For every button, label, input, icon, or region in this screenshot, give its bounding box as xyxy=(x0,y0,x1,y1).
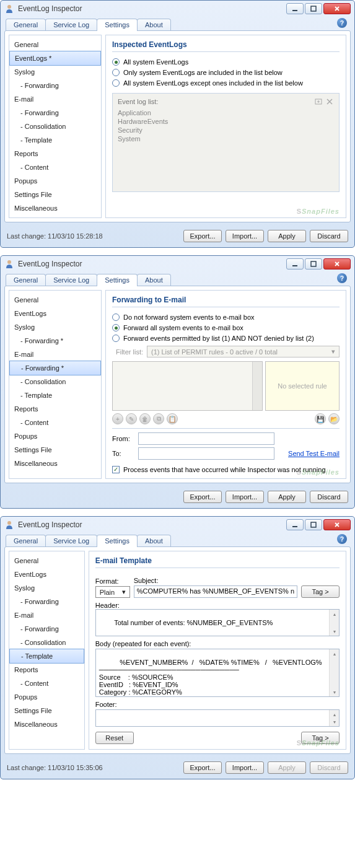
nav-template[interactable]: Template xyxy=(9,133,101,147)
header-textarea[interactable]: Total number of events: %NUMBER_OF_EVENT… xyxy=(95,609,340,636)
import-button[interactable]: Import... xyxy=(226,491,264,503)
export-button[interactable]: Export... xyxy=(183,230,222,242)
nav-general[interactable]: General xyxy=(9,293,101,307)
nav-syslog-forwarding[interactable]: Forwarding * xyxy=(9,334,101,348)
discard-button[interactable]: Discard xyxy=(310,230,348,242)
tab-general[interactable]: General xyxy=(6,535,46,546)
add-log-icon[interactable] xyxy=(314,97,323,106)
radio-all-system[interactable]: All system EventLogs xyxy=(112,58,340,66)
titlebar[interactable]: EventLog Inspector xyxy=(1,517,354,533)
loglist-item[interactable]: Application xyxy=(118,108,334,117)
tag-button[interactable]: Tag > xyxy=(301,732,340,744)
tab-settings[interactable]: Settings xyxy=(97,19,138,31)
nav-consolidation[interactable]: Consolidation xyxy=(9,636,84,649)
radio-forward-all[interactable]: Forward all system events to e-mail box xyxy=(112,324,340,331)
close-button[interactable] xyxy=(323,3,351,14)
nav-email-forwarding[interactable]: Forwarding xyxy=(9,106,101,120)
nav-consolidation[interactable]: Consolidation xyxy=(9,375,101,388)
nav-syslog-forwarding[interactable]: Forwarding xyxy=(9,79,101,92)
tab-about[interactable]: About xyxy=(137,19,171,30)
process-occurred-checkbox[interactable]: Process events that have occurred while … xyxy=(112,466,340,473)
radio-forward-permitted[interactable]: Forward events permitted by list (1) AND… xyxy=(112,335,340,342)
nav-reports[interactable]: Reports xyxy=(9,663,84,677)
minimize-button[interactable] xyxy=(286,3,304,14)
nav-settings-file[interactable]: Settings File xyxy=(9,704,84,717)
close-button[interactable] xyxy=(323,258,351,270)
format-combo[interactable]: Plain▾ xyxy=(95,586,130,598)
nav-misc[interactable]: Miscellaneous xyxy=(9,457,101,470)
nav-reports[interactable]: Reports xyxy=(9,402,101,416)
tab-about[interactable]: About xyxy=(137,274,171,286)
nav-general[interactable]: General xyxy=(9,554,84,568)
from-input[interactable] xyxy=(138,432,274,445)
nav-email[interactable]: E-mail xyxy=(9,92,101,106)
nav-popups[interactable]: Popups xyxy=(9,690,84,704)
nav-email[interactable]: E-mail xyxy=(9,608,84,622)
nav-eventlogs[interactable]: EventLogs xyxy=(9,307,101,320)
minimize-button[interactable] xyxy=(286,519,304,530)
nav-syslog[interactable]: Syslog xyxy=(9,581,84,595)
help-icon[interactable]: ? xyxy=(337,18,347,28)
scrollbar[interactable]: ▴▾ xyxy=(329,649,339,696)
nav-content[interactable]: Content xyxy=(9,160,101,174)
import-button[interactable]: Import... xyxy=(226,230,264,242)
titlebar[interactable]: EventLog Inspector xyxy=(1,256,354,272)
nav-email[interactable]: E-mail xyxy=(9,348,101,361)
nav-syslog-forwarding[interactable]: Forwarding xyxy=(9,595,84,608)
tab-settings[interactable]: Settings xyxy=(97,274,138,286)
nav-eventlogs[interactable]: EventLogs * xyxy=(9,51,101,66)
loglist-item[interactable]: Security xyxy=(118,126,334,134)
tab-service-log[interactable]: Service Log xyxy=(45,535,97,546)
nav-general[interactable]: General xyxy=(9,38,101,51)
radio-except-included[interactable]: All system EventLogs except ones include… xyxy=(112,79,340,87)
export-button[interactable]: Export... xyxy=(183,761,222,774)
tag-button[interactable]: Tag > xyxy=(301,585,340,598)
nav-eventlogs[interactable]: EventLogs xyxy=(9,568,84,581)
help-icon[interactable]: ? xyxy=(337,534,347,544)
nav-syslog[interactable]: Syslog xyxy=(9,320,101,334)
apply-button[interactable]: Apply xyxy=(268,491,306,503)
discard-button[interactable]: Discard xyxy=(310,491,348,503)
to-input[interactable] xyxy=(138,447,274,460)
body-textarea[interactable]: %EVENT_NUMBER% / %DATE% %TIME% / %EVENTL… xyxy=(95,649,340,697)
send-test-link[interactable]: Send Test E-mail xyxy=(288,450,340,457)
footer-textarea[interactable]: ▴▾ xyxy=(95,709,340,727)
nav-consolidation[interactable]: Consolidation xyxy=(9,120,101,133)
nav-content[interactable]: Content xyxy=(9,677,84,690)
nav-template[interactable]: Template xyxy=(9,388,101,402)
scrollbar[interactable]: ▴▾ xyxy=(329,610,339,636)
maximize-button[interactable] xyxy=(305,3,322,14)
tab-service-log[interactable]: Service Log xyxy=(45,274,97,286)
import-button[interactable]: Import... xyxy=(226,761,264,774)
maximize-button[interactable] xyxy=(305,258,322,270)
tab-service-log[interactable]: Service Log xyxy=(45,19,97,30)
subject-input[interactable]: %COMPUTER% has %NUMBER_OF_EVENTS% n xyxy=(134,585,297,598)
nav-content[interactable]: Content xyxy=(9,416,101,429)
nav-popups[interactable]: Popups xyxy=(9,429,101,443)
loglist-item[interactable]: HardwareEvents xyxy=(118,117,334,126)
nav-email-forwarding[interactable]: Forwarding xyxy=(9,622,84,636)
nav-settings-file[interactable]: Settings File xyxy=(9,443,101,457)
close-button[interactable] xyxy=(323,519,351,530)
nav-template[interactable]: Template xyxy=(9,649,84,664)
tab-general[interactable]: General xyxy=(6,274,46,286)
minimize-button[interactable] xyxy=(286,258,304,270)
scrollbar[interactable]: ▴▾ xyxy=(329,710,339,726)
nav-syslog[interactable]: Syslog xyxy=(9,65,101,79)
nav-email-forwarding[interactable]: Forwarding * xyxy=(9,361,101,375)
remove-log-icon[interactable] xyxy=(325,97,334,106)
maximize-button[interactable] xyxy=(305,519,322,530)
discard-button[interactable]: Discard xyxy=(310,761,348,774)
titlebar[interactable]: EventLog Inspector xyxy=(1,1,354,17)
tab-settings[interactable]: Settings xyxy=(97,535,138,547)
loglist-item[interactable]: System xyxy=(118,134,334,143)
export-button[interactable]: Export... xyxy=(183,491,222,503)
nav-misc[interactable]: Miscellaneous xyxy=(9,201,101,215)
help-icon[interactable]: ? xyxy=(337,273,347,283)
nav-popups[interactable]: Popups xyxy=(9,174,101,188)
scrollbar[interactable] xyxy=(252,362,262,410)
nav-misc[interactable]: Miscellaneous xyxy=(9,717,84,731)
apply-button[interactable]: Apply xyxy=(268,230,306,242)
tab-general[interactable]: General xyxy=(6,19,46,30)
radio-only-included[interactable]: Only system EventLogs are included in th… xyxy=(112,69,340,76)
